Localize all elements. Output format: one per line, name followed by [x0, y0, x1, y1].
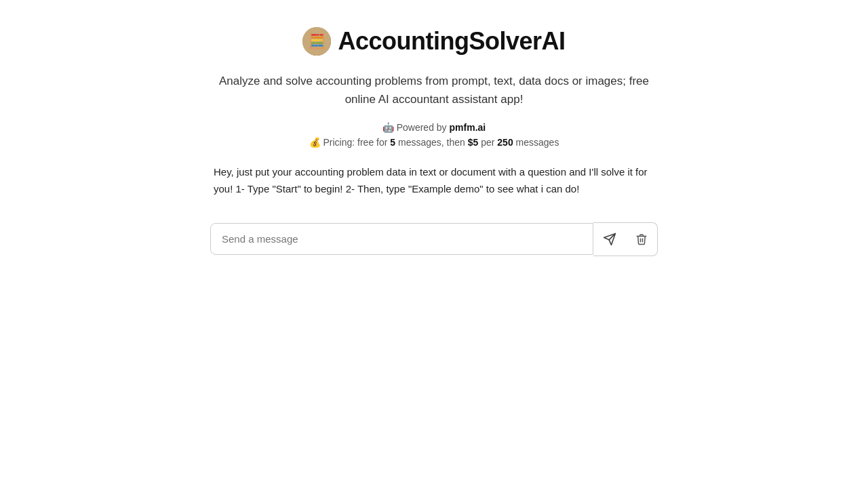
powered-by-row: 🤖 Powered by pmfm.ai — [382, 122, 486, 133]
pricing-mid: messages, then — [398, 137, 465, 148]
message-input[interactable] — [211, 224, 593, 254]
brand-link[interactable]: pmfm.ai — [450, 122, 486, 133]
app-title: AccountingSolverAI — [338, 27, 565, 56]
pricing-free-count: 5 — [390, 137, 395, 148]
pricing-price: $5 — [468, 137, 479, 148]
powered-by-label: 🤖 Powered by — [382, 122, 447, 133]
message-input-wrapper — [210, 223, 593, 255]
pricing-paid-count: 250 — [497, 137, 513, 148]
app-logo: 🧮 — [302, 27, 331, 56]
clear-button[interactable] — [626, 222, 658, 256]
pricing-suffix: messages — [516, 137, 559, 148]
welcome-message: Hey, just put your accounting problem da… — [214, 164, 654, 198]
pricing-prefix: 💰 Pricing: free for — [309, 137, 388, 148]
pricing-row: 💰 Pricing: free for 5 messages, then $5 … — [309, 137, 559, 148]
send-icon — [603, 232, 616, 246]
svg-text:🧮: 🧮 — [308, 32, 327, 50]
send-button[interactable] — [593, 222, 626, 256]
app-description: Analyze and solve accounting problems fr… — [214, 72, 654, 108]
message-input-row — [210, 222, 658, 256]
pricing-per: per — [481, 137, 494, 148]
trash-icon — [635, 233, 648, 245]
